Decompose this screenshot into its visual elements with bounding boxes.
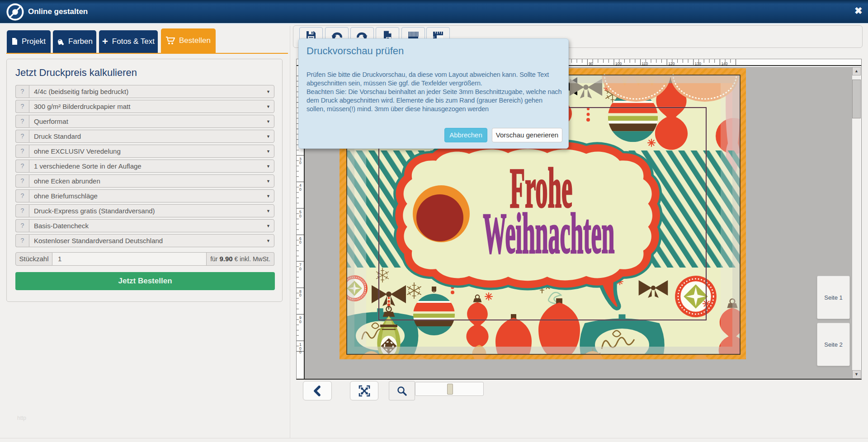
svg-text:0: 0	[299, 350, 302, 354]
svg-text:140: 140	[721, 61, 727, 66]
svg-text:0: 0	[299, 320, 302, 324]
svg-text:0: 0	[299, 214, 302, 218]
svg-text:110: 110	[642, 61, 648, 66]
svg-text:0: 0	[299, 160, 302, 165]
svg-text:0: 0	[299, 187, 302, 192]
svg-text:0: 0	[299, 267, 302, 271]
svg-text:100: 100	[615, 61, 622, 66]
svg-text:Weihnachten: Weihnachten	[483, 201, 615, 265]
svg-text:120: 120	[668, 61, 675, 66]
svg-text:0: 0	[299, 293, 302, 297]
svg-text:130: 130	[695, 61, 701, 66]
svg-text:0: 0	[299, 240, 302, 245]
